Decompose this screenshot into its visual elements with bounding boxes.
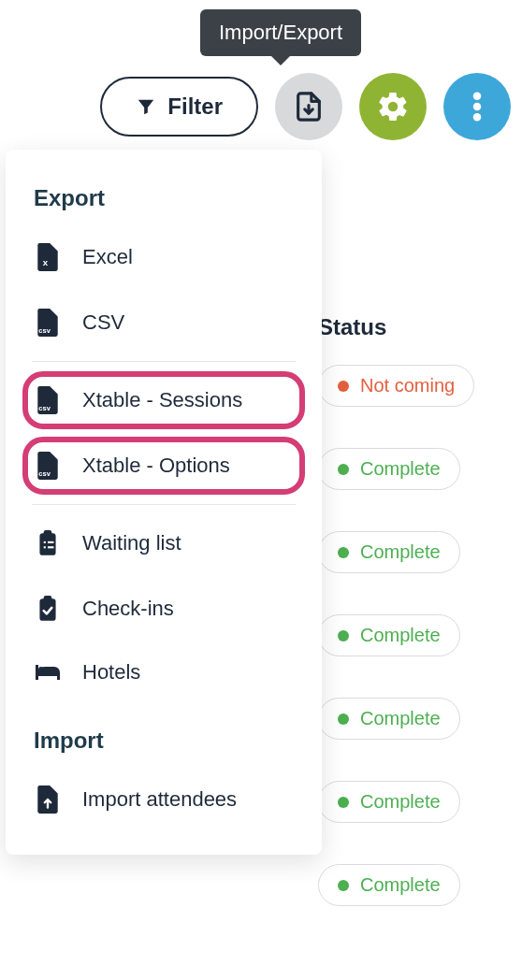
more-options-button[interactable]: [443, 73, 511, 140]
menu-item-label: CSV: [82, 310, 124, 335]
status-dot-icon: [338, 381, 349, 392]
svg-rect-14: [44, 596, 52, 601]
svg-text:x: x: [43, 257, 49, 267]
svg-text:csv: csv: [38, 404, 51, 412]
svg-point-15: [38, 667, 44, 672]
menu-item-label: Excel: [82, 245, 133, 269]
tooltip-label: Import/Export: [219, 21, 342, 44]
svg-rect-7: [39, 533, 55, 555]
status-dot-icon: [338, 713, 349, 725]
status-badge: Complete: [318, 614, 460, 656]
status-badge-label: Complete: [360, 625, 441, 646]
import-export-dropdown: Export x Excel csv CSV csv Xtable - Sess…: [6, 150, 322, 855]
bed-icon: [34, 661, 62, 684]
menu-item-label: Check-ins: [82, 597, 174, 621]
menu-item-label: Import attendees: [82, 787, 237, 812]
download-file-icon: [293, 91, 325, 122]
csv-file-icon: csv: [34, 309, 62, 337]
status-badge-label: Complete: [360, 541, 441, 563]
status-badge-label: Complete: [360, 708, 441, 729]
menu-item-label: Hotels: [82, 660, 140, 685]
filter-label: Filter: [167, 94, 223, 120]
status-column-header: Status: [318, 307, 515, 365]
settings-button[interactable]: [359, 73, 427, 140]
clipboard-list-icon: [34, 529, 62, 557]
export-section-title: Export: [6, 176, 322, 224]
status-badge-label: Complete: [360, 791, 441, 813]
status-badge: Complete: [318, 698, 460, 740]
gear-icon: [376, 90, 410, 123]
svg-rect-13: [39, 598, 55, 621]
more-vertical-icon: [472, 91, 482, 122]
import-attendees-item[interactable]: Import attendees: [6, 767, 322, 832]
svg-rect-12: [48, 546, 53, 548]
status-badge-label: Complete: [360, 458, 441, 480]
excel-file-icon: x: [34, 243, 62, 271]
export-hotels-item[interactable]: Hotels: [6, 641, 322, 703]
menu-item-label: Waiting list: [82, 531, 181, 555]
filter-button[interactable]: Filter: [100, 77, 258, 137]
export-xtable-sessions-item[interactable]: csv Xtable - Sessions: [6, 368, 322, 433]
status-badge-label: Not coming: [360, 375, 455, 396]
status-dot-icon: [338, 630, 349, 641]
status-badge: Complete: [318, 781, 460, 823]
status-badge-label: Complete: [360, 874, 441, 896]
svg-point-1: [473, 103, 482, 111]
svg-rect-10: [48, 541, 53, 543]
status-dot-icon: [338, 464, 349, 475]
status-badge: Not coming: [318, 365, 474, 407]
import-export-tooltip: Import/Export: [200, 9, 361, 56]
export-waiting-list-item[interactable]: Waiting list: [6, 511, 322, 576]
svg-text:csv: csv: [38, 469, 51, 478]
svg-point-0: [473, 92, 482, 100]
menu-divider: [32, 361, 296, 362]
filter-icon: [136, 96, 156, 117]
status-dot-icon: [338, 880, 349, 891]
menu-divider: [32, 504, 296, 505]
csv-file-icon: csv: [34, 386, 62, 414]
status-dot-icon: [338, 797, 349, 808]
status-badge: Complete: [318, 864, 460, 906]
svg-text:csv: csv: [38, 326, 51, 335]
svg-point-2: [473, 113, 482, 121]
svg-rect-11: [44, 546, 46, 548]
export-xtable-options-item[interactable]: csv Xtable - Options: [6, 433, 322, 498]
toolbar: Filter: [100, 73, 511, 140]
csv-file-icon: csv: [34, 452, 62, 480]
export-csv-item[interactable]: csv CSV: [6, 290, 322, 355]
status-column: Status Not coming Complete Complete Comp…: [318, 307, 515, 947]
menu-item-label: Xtable - Sessions: [82, 388, 242, 412]
export-excel-item[interactable]: x Excel: [6, 224, 322, 290]
status-badge: Complete: [318, 531, 460, 573]
upload-file-icon: [34, 785, 62, 814]
import-section-title: Import: [6, 703, 322, 767]
status-badge: Complete: [318, 448, 460, 490]
export-check-ins-item[interactable]: Check-ins: [6, 576, 322, 641]
svg-rect-8: [44, 530, 52, 536]
svg-rect-9: [44, 541, 46, 543]
import-export-button[interactable]: [275, 73, 342, 140]
clipboard-check-icon: [34, 595, 62, 623]
status-dot-icon: [338, 547, 349, 558]
menu-item-label: Xtable - Options: [82, 454, 230, 478]
